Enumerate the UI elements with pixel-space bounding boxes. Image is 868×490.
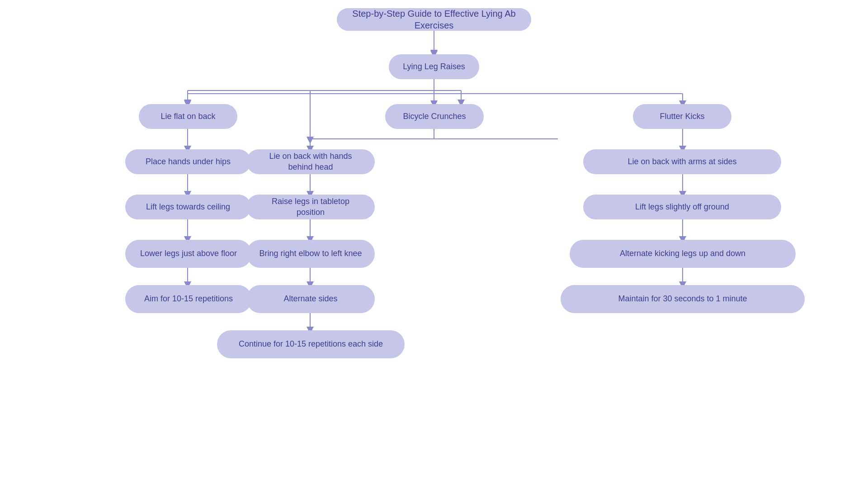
diagram-container: Step-by-Step Guide to Effective Lying Ab… [0, 0, 868, 490]
branch3-step2-node: Lift legs slightly off ground [583, 195, 781, 219]
branch3-step3-node: Alternate kicking legs up and down [570, 240, 796, 268]
branch3-step1-node: Lie on back with arms at sides [583, 149, 781, 174]
branch2-name-node: Bicycle Crunches [385, 104, 484, 129]
branch2-step4-node: Alternate sides [246, 285, 375, 313]
branch3-step4-node: Maintain for 30 seconds to 1 minute [561, 285, 805, 313]
branch2-step2-node: Raise legs in tabletop position [246, 195, 375, 219]
branch1-step4-node: Aim for 10-15 repetitions [125, 285, 252, 313]
branch1-step1-node: Place hands under hips [125, 149, 251, 174]
title-node: Step-by-Step Guide to Effective Lying Ab… [337, 8, 531, 31]
branch1-step2-node: Lift legs towards ceiling [125, 195, 251, 219]
branch1-name-node: Lie flat on back [139, 104, 237, 129]
branch2-step3-node: Bring right elbow to left knee [246, 240, 375, 268]
branch1-step3-node: Lower legs just above floor [125, 240, 252, 268]
branch3-name-node: Flutter Kicks [633, 104, 731, 129]
branch2-step1-node: Lie on back with hands behind head [246, 149, 375, 174]
root-node: Lying Leg Raises [389, 54, 479, 79]
branch2-step5-node: Continue for 10-15 repetitions each side [217, 330, 405, 358]
